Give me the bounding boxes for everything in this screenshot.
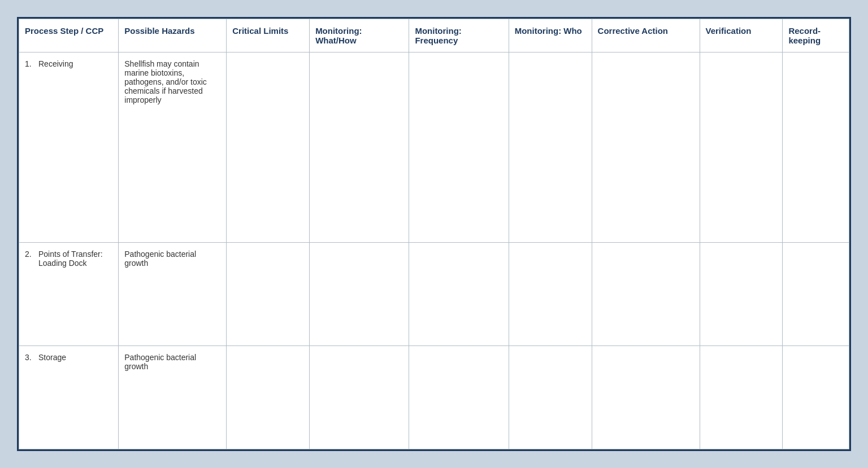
row2-monitoring-who [509, 243, 592, 346]
row1-recordkeeping [783, 53, 849, 243]
row2-process-step: 2. Points of Transfer: Loading Dock [19, 243, 119, 346]
header-monitoring-freq: Monitoring: Frequency [409, 19, 509, 53]
row2-monitoring-what [310, 243, 409, 346]
table-row: 1. Receiving Shellfish may contain marin… [19, 53, 849, 243]
table-row: 3. Storage Pathogenic bacterial growth [19, 346, 849, 449]
header-process-step: Process Step / CCP [19, 19, 119, 53]
row1-monitoring-what [310, 53, 409, 243]
header-corrective-action: Corrective Action [592, 19, 700, 53]
table-container: Process Step / CCP Possible Hazards Crit… [17, 17, 851, 451]
row3-critical-limits [227, 346, 310, 449]
header-recordkeeping: Record-keeping [783, 19, 849, 53]
header-monitoring-what: Monitoring: What/How [310, 19, 409, 53]
row3-monitoring-what [310, 346, 409, 449]
step-name: Receiving [38, 59, 73, 68]
row3-verification [700, 346, 783, 449]
row2-monitoring-freq [409, 243, 509, 346]
header-row: Process Step / CCP Possible Hazards Crit… [19, 19, 849, 53]
row1-process-step: 1. Receiving [19, 53, 119, 243]
row1-hazard: Shellfish may contain marine biotoxins, … [119, 53, 227, 243]
row2-hazard: Pathogenic bacterial growth [119, 243, 227, 346]
row3-monitoring-who [509, 346, 592, 449]
header-possible-hazards: Possible Hazards [119, 19, 227, 53]
table-row: 2. Points of Transfer: Loading Dock Path… [19, 243, 849, 346]
row2-recordkeeping [783, 243, 849, 346]
row1-corrective-action [592, 53, 700, 243]
row2-critical-limits [227, 243, 310, 346]
row3-process-step: 3. Storage [19, 346, 119, 449]
step-name: Points of Transfer: Loading Dock [38, 250, 112, 268]
page-wrapper: Process Step / CCP Possible Hazards Crit… [0, 0, 868, 468]
row2-verification [700, 243, 783, 346]
row3-recordkeeping [783, 346, 849, 449]
step-name: Storage [38, 353, 66, 362]
step-number: 2. [25, 250, 36, 268]
row2-corrective-action [592, 243, 700, 346]
row3-hazard: Pathogenic bacterial growth [119, 346, 227, 449]
step-number: 1. [25, 59, 36, 68]
row1-monitoring-who [509, 53, 592, 243]
row1-verification [700, 53, 783, 243]
haccp-table: Process Step / CCP Possible Hazards Crit… [19, 19, 849, 449]
header-verification: Verification [700, 19, 783, 53]
header-monitoring-who: Monitoring: Who [509, 19, 592, 53]
header-critical-limits: Critical Limits [227, 19, 310, 53]
step-number: 3. [25, 353, 36, 362]
row1-monitoring-freq [409, 53, 509, 243]
row3-corrective-action [592, 346, 700, 449]
row1-critical-limits [227, 53, 310, 243]
row3-monitoring-freq [409, 346, 509, 449]
